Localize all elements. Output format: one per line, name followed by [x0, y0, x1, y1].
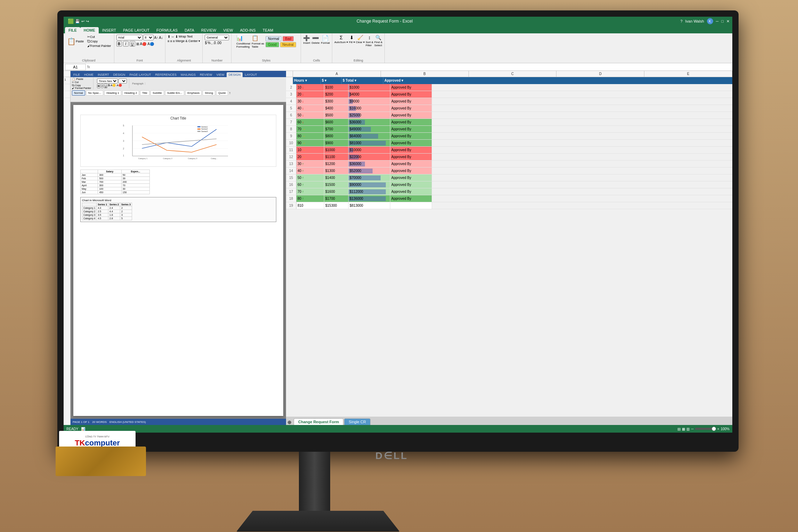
align-center-icon[interactable]: ≡ [170, 39, 172, 43]
conditional-formatting-icon[interactable]: 📊 [236, 35, 250, 41]
word-tab-home[interactable]: HOME [82, 72, 96, 77]
cell-dollar[interactable]: $800 [324, 133, 349, 139]
cell-hours[interactable]: 80→ [296, 133, 324, 139]
align-middle-icon[interactable]: ↔ [171, 35, 174, 39]
cell-total[interactable]: $4000 [349, 91, 390, 98]
tab-addins[interactable]: ADD-INS [236, 27, 259, 33]
cell-dollar[interactable]: $1200 [324, 161, 349, 167]
word-style-subtle-em[interactable]: Subtle Em... [165, 90, 185, 96]
cell-hours[interactable]: 10→ [296, 147, 324, 153]
cell-hours[interactable]: 90→ [296, 140, 324, 146]
cell-dollar[interactable]: $300 [324, 98, 349, 105]
tab-review[interactable]: REVIEW [198, 27, 220, 33]
cell-total[interactable]: $36000 [349, 161, 390, 167]
table-row[interactable]: 1440↑$1300$52000Approved By [286, 167, 732, 174]
word-style-h2[interactable]: Heading 2 [122, 90, 139, 96]
cell-approved[interactable]: Approved By [390, 133, 432, 139]
table-row[interactable]: 870→$700$49000Approved By [286, 126, 732, 133]
cell-hours[interactable]: 30↓ [296, 98, 324, 105]
cell-hours[interactable]: 40↓ [296, 105, 324, 112]
table-row[interactable]: 650↓$500$25000Approved By [286, 112, 732, 119]
cell-hours[interactable]: 50↓ [296, 112, 324, 118]
tab-page-layout[interactable]: PAGE LAYOUT [120, 27, 153, 33]
table-row[interactable]: 1220→$1100$22000Approved By [286, 154, 732, 161]
word-italic-btn[interactable]: I [101, 84, 103, 88]
cell-total[interactable]: $70000 [349, 174, 390, 181]
tab-data[interactable]: DATA [181, 27, 198, 33]
word-size-select[interactable]: 11 [119, 79, 127, 83]
clear-icon[interactable]: 🧹 [357, 35, 363, 40]
word-styles-more-icon[interactable]: ↑ [229, 91, 231, 95]
find-select-icon[interactable]: 🔍 [375, 35, 381, 40]
close-button[interactable]: ✕ [726, 19, 730, 24]
cell-dollar[interactable]: $15300 [324, 202, 349, 209]
cell-total[interactable]: $49000 [349, 126, 390, 132]
cell-approved[interactable]: Approved By [390, 181, 432, 188]
cell-dollar[interactable]: $100 [324, 84, 349, 91]
word-font-select[interactable]: Times New R... [97, 79, 118, 83]
cell-total[interactable]: $22000 [349, 154, 390, 160]
zoom-out-icon[interactable]: ─ [691, 427, 693, 431]
cell-dollar[interactable]: $1100 [324, 154, 349, 160]
word-style-emphasis[interactable]: Emphasis [185, 90, 202, 96]
word-color-btn[interactable]: A🔴 [116, 84, 122, 88]
word-tab-design2[interactable]: DESIGN [227, 72, 243, 77]
table-row[interactable]: 1880↑$1700$136000Approved By [286, 195, 732, 202]
undo-icon[interactable]: ↩ [81, 19, 84, 24]
add-sheet-icon[interactable]: ⊕ [287, 419, 292, 425]
table-row[interactable]: 1330↑$1200$36000Approved By [286, 161, 732, 167]
font-size-select[interactable]: 8 [143, 35, 154, 40]
table-row[interactable]: 430↓$300$9000Approved By [286, 98, 732, 105]
cell-approved[interactable]: Approved By [390, 161, 432, 167]
cell-hours[interactable]: 810 [296, 202, 324, 209]
help-icon[interactable]: ? [680, 19, 682, 23]
autosum-icon[interactable]: Σ [340, 35, 343, 40]
paste-button[interactable]: 📋 Paste [66, 37, 85, 46]
word-tab-file[interactable]: FILE [71, 72, 82, 77]
cell-approved[interactable]: Approved By [390, 105, 432, 112]
word-style-h1[interactable]: Heading 1 [104, 90, 121, 96]
cell-hours[interactable]: 70→ [296, 126, 324, 132]
word-format-painter-btn[interactable]: 🖌 Format Painter [72, 87, 91, 89]
format-painter-button[interactable]: 🖌 Format Painter [87, 44, 112, 48]
cell-approved[interactable]: Approved By [390, 154, 432, 160]
cell-hours[interactable]: 80↑ [296, 195, 324, 202]
word-copy-btn[interactable]: ⿻ Copy [72, 84, 91, 87]
word-strikethrough-btn[interactable]: S̶ [108, 84, 110, 88]
cell-hours[interactable]: 20↓ [296, 91, 324, 98]
table-row[interactable]: 1550↑$1400$70000Approved By [286, 174, 732, 181]
table-row[interactable]: 540↓$400$16000Approved By [286, 105, 732, 112]
style-normal[interactable]: Normal [266, 36, 282, 41]
cell-total[interactable]: $1000 [349, 84, 390, 91]
cell-dollar[interactable]: $400 [324, 105, 349, 112]
font-family-select[interactable]: Arial [116, 35, 142, 40]
sort-filter-icon[interactable]: ↕ [368, 35, 370, 40]
redo-icon[interactable]: ↪ [86, 19, 89, 24]
wrap-text-button[interactable]: Wrap Text [179, 35, 193, 39]
table-row[interactable]: 760↓$600$36000Approved By [286, 119, 732, 126]
format-as-table-icon[interactable]: 📋 [252, 35, 264, 41]
table-row[interactable]: 1770↑$1600$112000Approved By [286, 188, 732, 195]
cell-hours[interactable]: 10↓ [296, 84, 324, 91]
word-style-title[interactable]: Title [140, 90, 149, 96]
cell-total[interactable]: $90000 [349, 181, 390, 188]
cell-dollar[interactable]: $200 [324, 91, 349, 98]
word-tab-mailings[interactable]: MAILINGS [179, 72, 198, 77]
style-good[interactable]: Good [266, 42, 279, 47]
cell-total[interactable]: $16000 [349, 105, 390, 112]
word-tab-references[interactable]: REFERENCES [153, 72, 179, 77]
word-style-no-spacing[interactable]: No Spac... [86, 90, 103, 96]
percent-icon[interactable]: % [207, 41, 211, 45]
align-left-icon[interactable]: ≡ [168, 39, 170, 43]
tab-team[interactable]: TEAM [259, 27, 277, 33]
cell-approved[interactable]: Approved By [390, 91, 432, 98]
cell-hours[interactable]: 30↑ [296, 161, 324, 167]
word-style-normal[interactable]: Normal [72, 90, 85, 96]
cell-dollar[interactable]: $600 [324, 119, 349, 125]
tab-formulas[interactable]: FORMULAS [153, 27, 181, 33]
decrease-decimal-icon[interactable]: .00 [217, 41, 221, 45]
cell-approved[interactable]: Approved By [390, 126, 432, 132]
cell-hours[interactable]: 60↑ [296, 181, 324, 188]
cell-approved[interactable]: Approved By [390, 167, 432, 174]
increase-decimal-icon[interactable]: .0 [213, 41, 216, 45]
